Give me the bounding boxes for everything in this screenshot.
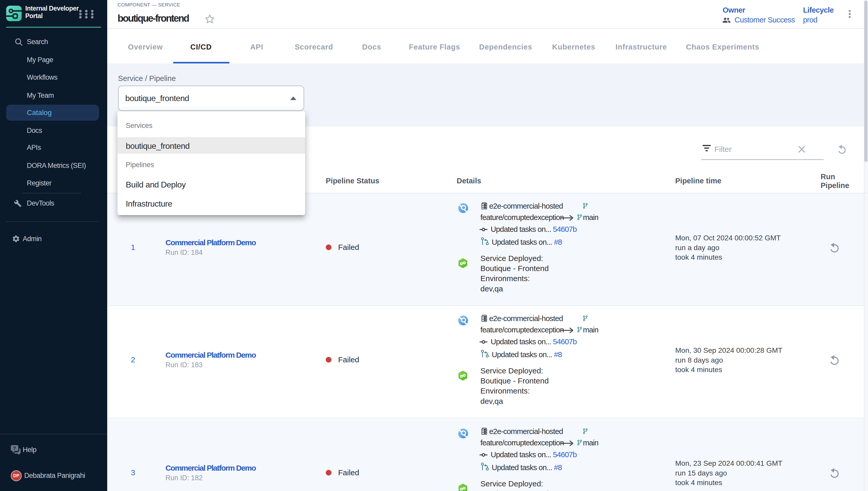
svg-text:?: ? <box>13 445 16 451</box>
